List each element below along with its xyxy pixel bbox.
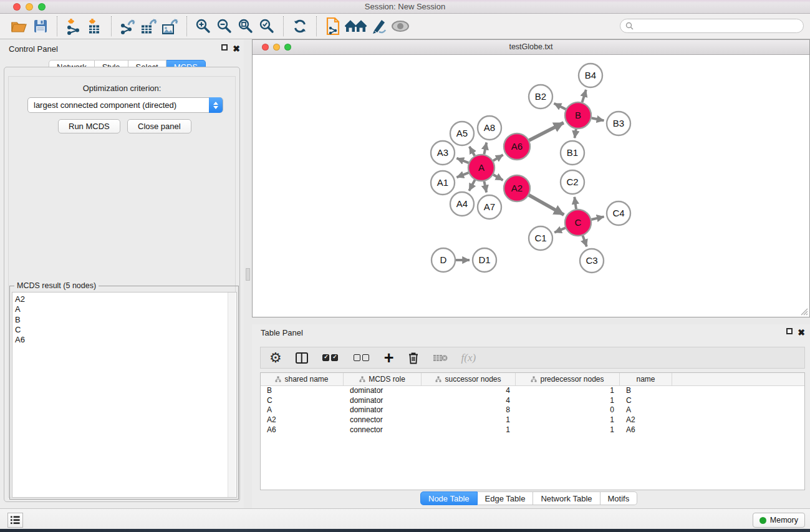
maximize-window-button[interactable] bbox=[38, 3, 46, 11]
unchecked-box-icon bbox=[354, 354, 360, 361]
column-type-icon bbox=[359, 376, 365, 382]
search-field[interactable] bbox=[620, 19, 804, 33]
graph-edge[interactable] bbox=[456, 173, 468, 177]
tab-network-table[interactable]: Network Table bbox=[533, 491, 600, 505]
graph-node-label: A bbox=[478, 162, 485, 173]
graph-edge[interactable] bbox=[529, 123, 564, 140]
delete-table-button[interactable] bbox=[433, 349, 448, 367]
graph-node-label: B2 bbox=[535, 91, 546, 102]
zoom-fit-icon bbox=[238, 18, 254, 34]
network-maximize-button[interactable] bbox=[284, 44, 291, 51]
graph-edge[interactable] bbox=[469, 180, 475, 190]
column-header[interactable]: shared name bbox=[261, 373, 344, 385]
graph-edge[interactable] bbox=[582, 90, 586, 102]
toolbar-separator bbox=[283, 16, 284, 36]
graph-edge[interactable] bbox=[493, 175, 503, 180]
result-list-scrollbar[interactable] bbox=[228, 293, 236, 497]
resize-grip[interactable] bbox=[799, 307, 808, 316]
save-session-button[interactable] bbox=[30, 16, 51, 37]
zoom-out-button[interactable] bbox=[214, 16, 235, 37]
graph-edge[interactable] bbox=[554, 228, 566, 232]
column-header[interactable]: MCDS role bbox=[344, 373, 422, 385]
zoom-fit-button[interactable] bbox=[235, 16, 256, 37]
network-minimize-button[interactable] bbox=[273, 44, 280, 51]
zoom-in-button[interactable] bbox=[193, 16, 214, 37]
export-network-button[interactable] bbox=[117, 16, 138, 37]
memory-button[interactable]: Memory bbox=[753, 513, 805, 528]
graph-edge[interactable] bbox=[493, 155, 503, 160]
hide-selected-button[interactable] bbox=[390, 16, 411, 37]
new-network-from-file-button[interactable] bbox=[322, 16, 344, 37]
graph-edge[interactable] bbox=[591, 216, 604, 220]
network-canvas[interactable]: AA1A2A3A4A5A6A7A8BB1B2B3B4CC1C2C3C4DD1 bbox=[253, 55, 809, 317]
tab-edge-table[interactable]: Edge Table bbox=[478, 491, 534, 505]
table-row[interactable]: A2connector11A2 bbox=[261, 415, 804, 425]
search-input[interactable] bbox=[637, 22, 798, 31]
table-panel-tabs: Node Table Edge Table Network Table Moti… bbox=[420, 491, 637, 505]
criterion-dropdown[interactable]: largest connected component (directed) bbox=[27, 97, 223, 113]
delete-columns-button[interactable] bbox=[408, 349, 419, 367]
mcds-result-item[interactable]: A2 bbox=[15, 294, 236, 304]
deselect-all-columns-button[interactable] bbox=[353, 349, 370, 367]
graph-edge[interactable] bbox=[484, 143, 486, 155]
table-row[interactable]: A6connector11A6 bbox=[261, 425, 804, 435]
table-float-button[interactable] bbox=[786, 327, 793, 336]
refresh-view-button[interactable] bbox=[289, 16, 311, 37]
graph-edge[interactable] bbox=[575, 129, 576, 138]
criterion-value: largest connected component (directed) bbox=[34, 100, 176, 110]
graph-edge[interactable] bbox=[470, 147, 475, 156]
table-cell: A2 bbox=[620, 415, 672, 425]
close-panel-button[interactable]: ✖ bbox=[233, 44, 240, 54]
column-type-icon bbox=[435, 376, 441, 382]
tab-node-table[interactable]: Node Table bbox=[420, 491, 478, 505]
column-header[interactable]: predecessor nodes bbox=[516, 373, 620, 385]
add-column-button[interactable]: + bbox=[384, 349, 394, 367]
run-mcds-button[interactable]: Run MCDS bbox=[58, 119, 120, 133]
graph-edge[interactable] bbox=[592, 118, 604, 120]
zoom-selected-button[interactable] bbox=[256, 16, 277, 37]
float-panel-button[interactable] bbox=[221, 43, 228, 52]
table-row[interactable]: Adominator80A bbox=[261, 405, 804, 415]
function-builder-button[interactable]: f(x) bbox=[461, 349, 476, 367]
task-history-button[interactable] bbox=[7, 513, 23, 528]
network-close-button[interactable] bbox=[262, 44, 269, 51]
panel-splitter-handle[interactable] bbox=[246, 268, 250, 281]
graph-edge[interactable] bbox=[529, 195, 564, 215]
graph-edge[interactable] bbox=[574, 197, 576, 209]
column-header[interactable]: successor nodes bbox=[422, 373, 516, 385]
mcds-result-item[interactable]: B bbox=[15, 315, 236, 325]
table-row[interactable]: Bdominator41B bbox=[261, 386, 804, 396]
apply-style-button[interactable] bbox=[369, 16, 390, 37]
graph-node-label: C3 bbox=[586, 255, 597, 266]
close-window-button[interactable] bbox=[13, 3, 21, 11]
table-row[interactable]: Cdominator41C bbox=[261, 396, 804, 406]
import-table-button[interactable] bbox=[84, 16, 105, 37]
graph-node-label: B3 bbox=[613, 118, 624, 128]
split-panel-button[interactable] bbox=[296, 349, 308, 367]
close-panel-action-button[interactable]: Close panel bbox=[127, 119, 191, 133]
mcds-result-item[interactable]: A6 bbox=[15, 335, 236, 345]
minimize-window-button[interactable] bbox=[26, 3, 33, 11]
mcds-result-item[interactable]: A bbox=[15, 304, 236, 314]
mcds-result-list[interactable]: A2ABCA6 bbox=[12, 292, 237, 498]
graph-node-label: B bbox=[575, 110, 581, 120]
import-network-button[interactable] bbox=[63, 16, 84, 37]
table-cell: A bbox=[620, 405, 672, 415]
graph-edge[interactable] bbox=[456, 158, 468, 163]
tab-motifs[interactable]: Motifs bbox=[600, 491, 638, 505]
table-cell: 8 bbox=[422, 405, 516, 415]
export-table-button[interactable] bbox=[138, 16, 160, 37]
show-all-networks-button[interactable] bbox=[344, 16, 369, 37]
column-header[interactable]: name bbox=[620, 373, 672, 385]
graph-node-label: C2 bbox=[566, 177, 578, 187]
graph-edge[interactable] bbox=[554, 104, 566, 109]
graph-edge[interactable] bbox=[484, 181, 486, 193]
window-title: Session: New Session bbox=[0, 0, 810, 13]
open-session-button[interactable] bbox=[9, 16, 30, 37]
table-close-button[interactable]: ✖ bbox=[798, 328, 805, 337]
select-all-columns-button[interactable] bbox=[322, 349, 339, 367]
mcds-result-item[interactable]: C bbox=[15, 325, 236, 335]
table-settings-button[interactable]: ⚙ bbox=[269, 349, 282, 367]
export-image-button[interactable] bbox=[160, 16, 181, 37]
graph-edge[interactable] bbox=[582, 236, 586, 247]
